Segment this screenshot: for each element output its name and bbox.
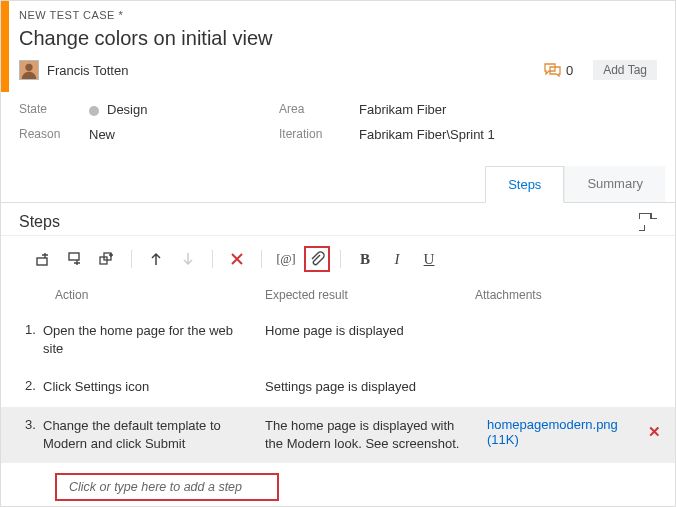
step-number: 1. <box>19 322 43 337</box>
state-value[interactable]: Design <box>89 102 279 117</box>
insert-step-before-icon[interactable] <box>61 247 89 271</box>
underline-icon[interactable]: U <box>415 247 443 271</box>
step-expected[interactable]: Home page is displayed <box>265 322 487 340</box>
tab-summary[interactable]: Summary <box>564 166 665 202</box>
tab-steps[interactable]: Steps <box>485 166 564 203</box>
maximize-icon[interactable] <box>639 213 657 231</box>
column-header-attachments: Attachments <box>475 288 657 302</box>
step-row[interactable]: 3. Change the default template to Modern… <box>1 407 675 463</box>
bold-icon[interactable]: B <box>351 247 379 271</box>
discussion-icon[interactable] <box>544 63 562 77</box>
remove-attachment-icon[interactable]: ✕ <box>648 423 661 441</box>
section-title-steps: Steps <box>19 213 639 231</box>
area-label: Area <box>279 102 359 117</box>
move-up-icon[interactable] <box>142 247 170 271</box>
avatar <box>19 60 39 80</box>
step-action[interactable]: Open the home page for the web site <box>43 322 265 358</box>
iteration-label: Iteration <box>279 127 359 142</box>
attachment-link[interactable]: homepagemodern.png (11K) <box>487 417 636 447</box>
svg-rect-1 <box>37 258 47 265</box>
step-action[interactable]: Change the default template to Modern an… <box>43 417 265 453</box>
step-number: 3. <box>19 417 43 432</box>
svg-rect-2 <box>69 253 79 260</box>
step-row[interactable]: 2. Click Settings icon Settings page is … <box>1 368 675 406</box>
area-value[interactable]: Fabrikam Fiber <box>359 102 446 117</box>
add-step-input[interactable]: Click or type here to add a step <box>55 473 279 501</box>
svg-point-0 <box>25 64 32 71</box>
italic-icon[interactable]: I <box>383 247 411 271</box>
discussion-count: 0 <box>566 63 573 78</box>
attach-icon[interactable] <box>304 246 330 272</box>
insert-shared-step-icon[interactable] <box>93 247 121 271</box>
reason-value[interactable]: New <box>89 127 279 142</box>
work-item-title[interactable]: Change colors on initial view <box>19 27 657 50</box>
move-down-icon <box>174 247 202 271</box>
step-number: 2. <box>19 378 43 393</box>
add-tag-button[interactable]: Add Tag <box>593 60 657 80</box>
step-expected[interactable]: The home page is displayed with the Mode… <box>265 417 487 453</box>
iteration-value[interactable]: Fabrikam Fiber\Sprint 1 <box>359 127 495 142</box>
work-item-type-label: NEW TEST CASE * <box>19 9 657 21</box>
step-expected[interactable]: Settings page is displayed <box>265 378 487 396</box>
mention-icon[interactable]: [@] <box>272 247 300 271</box>
insert-step-icon[interactable] <box>29 247 57 271</box>
assignee-name[interactable]: Francis Totten <box>47 63 544 78</box>
step-row[interactable]: 1. Open the home page for the web site H… <box>1 312 675 368</box>
state-label: State <box>19 102 89 117</box>
column-header-expected: Expected result <box>265 288 475 302</box>
step-action[interactable]: Click Settings icon <box>43 378 265 396</box>
reason-label: Reason <box>19 127 89 142</box>
delete-step-icon[interactable] <box>223 247 251 271</box>
column-header-action: Action <box>55 288 265 302</box>
